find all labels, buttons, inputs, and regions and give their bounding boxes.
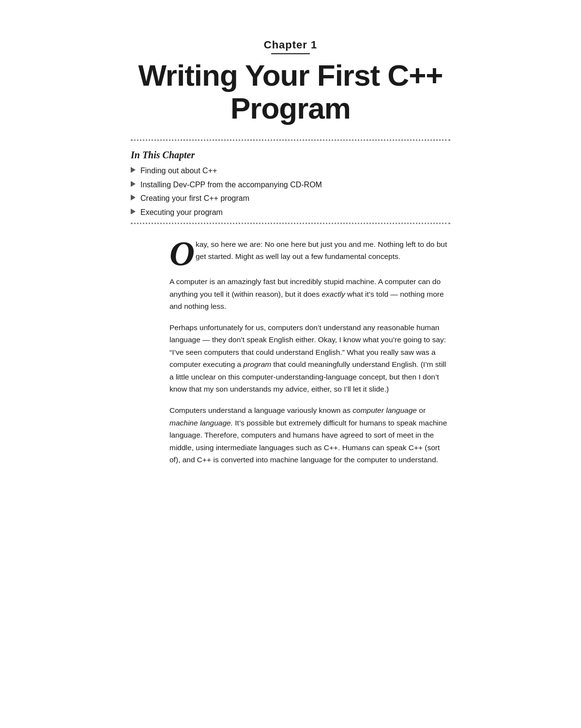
bullet-item-2: Installing Dev-CPP from the accompanying…	[131, 180, 450, 190]
body-section: O kay, so here we are: No one here but j…	[131, 239, 450, 466]
bullet-text-4: Executing your program	[140, 207, 223, 218]
body-paragraph-2: Perhaps unfortunately for us, computers …	[169, 321, 450, 395]
bullet-arrow-icon-4	[131, 209, 136, 214]
italic-program: program	[244, 360, 272, 368]
chapter-label: Chapter 1	[131, 39, 450, 54]
drop-cap-letter: O	[169, 241, 195, 267]
bullet-item-4: Executing your program	[131, 207, 450, 218]
bullet-text-3: Creating your first C++ program	[140, 193, 249, 204]
body-paragraph-3: Computers understand a language variousl…	[169, 404, 450, 466]
in-this-chapter-box: In This Chapter Finding out about C++ In…	[131, 150, 450, 218]
italic-exactly: exactly	[321, 290, 345, 298]
chapter-title: Writing Your First C++ Program	[131, 59, 450, 125]
chapter-label-text: Chapter 1	[131, 39, 450, 51]
italic-machine-language: machine language.	[169, 419, 233, 427]
bullet-arrow-icon-2	[131, 181, 136, 187]
bullet-text-1: Finding out about C++	[140, 166, 217, 176]
top-dotted-rule	[131, 139, 450, 141]
bullet-arrow-icon-3	[131, 195, 136, 200]
bullet-item-1: Finding out about C++	[131, 166, 450, 176]
bullet-arrow-icon-1	[131, 167, 136, 173]
drop-cap-rest-text: kay, so here we are: No one here but jus…	[196, 239, 450, 263]
bullet-item-3: Creating your first C++ program	[131, 193, 450, 204]
chapter-label-underline	[271, 53, 310, 54]
body-paragraph-1: A computer is an amazingly fast but incr…	[169, 275, 450, 313]
bottom-dotted-rule	[131, 223, 450, 224]
in-this-chapter-heading: In This Chapter	[131, 150, 450, 161]
italic-computer-language: computer language	[352, 406, 417, 414]
page: Chapter 1 Writing Your First C++ Program…	[102, 0, 479, 514]
chapter-bullet-list: Finding out about C++ Installing Dev-CPP…	[131, 166, 450, 218]
bullet-text-2: Installing Dev-CPP from the accompanying…	[140, 180, 322, 190]
drop-cap-paragraph: O kay, so here we are: No one here but j…	[169, 239, 450, 267]
